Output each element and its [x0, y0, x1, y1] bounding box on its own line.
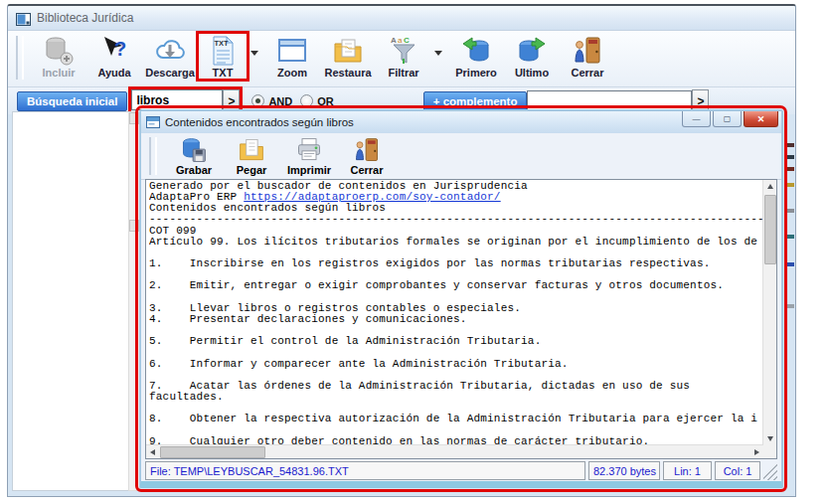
txt-file-icon: TXT — [207, 35, 239, 67]
print-icon — [295, 136, 323, 164]
text-line: facultades. — [149, 392, 762, 403]
toolbar-button-imprimir[interactable]: Imprimir — [280, 135, 338, 177]
scroll-down-icon[interactable] — [763, 432, 776, 445]
toolbar-label: Cerrar — [350, 164, 383, 176]
text-viewer[interactable]: Generado por el buscador de contenidos e… — [145, 179, 777, 459]
text-content[interactable]: Generado por el buscador de contenidos e… — [149, 181, 762, 444]
or-radio[interactable] — [300, 94, 313, 107]
exit-door-icon — [353, 136, 381, 164]
status-line: Lin: 1 — [663, 461, 712, 480]
txt-dropdown-arrow-icon[interactable] — [250, 51, 258, 56]
toolbar-label: TXT — [213, 67, 234, 79]
help-cursor-icon: ? — [98, 35, 130, 67]
toolbar-label: Pegar — [237, 164, 267, 176]
text-line: ----------------------------------------… — [149, 214, 762, 225]
text-line: 6. Informar y comparecer ante la Adminis… — [149, 359, 762, 370]
text-line: 9. Cualquier otro deber contenido en las… — [149, 436, 762, 444]
svg-text:a: a — [398, 36, 403, 45]
text-line: Artículo 99. Los ilícitos tributarios fo… — [149, 237, 762, 248]
text-line — [149, 424, 762, 435]
status-col: Col: 1 — [715, 461, 760, 480]
text-line: 5. Permitir el control de la Administrac… — [149, 336, 762, 347]
search-input[interactable] — [131, 89, 223, 110]
filtrar-dropdown-arrow-icon[interactable] — [434, 51, 442, 56]
resize-grip[interactable] — [763, 461, 777, 480]
complemento-button[interactable]: + complemento — [423, 91, 528, 111]
complemento-input[interactable] — [527, 90, 692, 111]
svg-text:TXT: TXT — [215, 39, 230, 48]
close-button[interactable]: ✕ — [744, 111, 778, 127]
toolbar-label: Incluir — [42, 67, 75, 79]
toolbar-button-primero[interactable]: Primero — [448, 33, 504, 80]
background-window-sliver — [787, 139, 796, 338]
database-last-icon — [516, 35, 548, 67]
toolbar-button-restaura[interactable]: Restaura — [320, 33, 376, 80]
toolbar-gripper[interactable] — [149, 137, 157, 175]
toolbar-button-descarga[interactable]: Descarga — [142, 33, 198, 80]
toolbar-label: Descarga — [145, 67, 195, 79]
paste-folder-icon — [238, 136, 265, 164]
toolbar-label: Zoom — [277, 67, 307, 79]
toolbar-label: Imprimir — [287, 164, 331, 176]
toolbar-button-zoom[interactable]: Zoom — [264, 33, 320, 80]
app-icon — [16, 12, 31, 25]
left-results-panel[interactable] — [12, 111, 130, 491]
vertical-scrollbar[interactable] — [762, 180, 776, 445]
text-line: 2. Emitir, entregar o exigir comprobante… — [149, 280, 762, 291]
text-line: 8. Obtener la respectiva autorización de… — [149, 414, 762, 424]
toolbar-button-ultimo[interactable]: Ultimo — [504, 33, 560, 80]
toolbar-button-cerrar[interactable]: Cerrar — [560, 33, 615, 80]
and-radio[interactable] — [251, 94, 264, 107]
toolbar-button-pegar[interactable]: Pegar — [223, 135, 280, 177]
svg-text:?: ? — [114, 38, 126, 60]
toolbar-label: Cerrar — [571, 67, 603, 79]
svg-text:A: A — [391, 36, 397, 45]
scroll-right-icon[interactable] — [750, 445, 763, 458]
main-titlebar[interactable]: Biblioteca Jurídica — [8, 6, 795, 31]
folder-paper-icon — [332, 35, 364, 67]
scroll-thumb[interactable] — [129, 220, 139, 232]
horizontal-scroll-thumb[interactable] — [160, 446, 265, 458]
or-radio-label: OR — [317, 95, 334, 107]
horizontal-scrollbar[interactable] — [146, 444, 763, 458]
scroll-left-icon[interactable] — [146, 445, 159, 458]
results-window-title: Contenidos encontrados según libros — [165, 116, 354, 128]
toolbar-label: Grabar — [176, 164, 212, 176]
toolbar-label: Restaura — [324, 67, 371, 79]
toolbar-button-txt[interactable]: TXT TXT — [198, 33, 248, 80]
text-line: 4. Presentar declaraciones y comunicacio… — [149, 314, 762, 325]
filter-funnel-icon: AaC — [388, 35, 419, 67]
text-line: 1. Inscribirse en los registros exigidos… — [149, 258, 762, 269]
status-file: File: TEMP\LEYBUSCAR_54831.96.TXT — [145, 461, 585, 480]
text-line — [149, 347, 762, 358]
screen: Biblioteca Jurídica Incluir ? Ayuda — [0, 0, 830, 504]
toolbar-button-cerrar[interactable]: Cerrar — [338, 135, 396, 177]
cloud-download-icon — [154, 35, 186, 67]
toolbar-button-incluir[interactable]: Incluir — [31, 33, 86, 80]
toolbar-button-filtrar[interactable]: AaC Filtrar — [376, 33, 431, 80]
window-zoom-icon — [276, 35, 308, 67]
toolbar-label: Primero — [455, 67, 497, 79]
results-window: Contenidos encontrados según libros — ▢ … — [139, 109, 783, 488]
maximize-button[interactable]: ▢ — [713, 111, 742, 127]
toolbar-label: Ayuda — [97, 67, 130, 79]
exit-door-icon — [572, 35, 603, 67]
toolbar-gripper[interactable] — [16, 36, 24, 80]
minimize-button[interactable]: — — [682, 111, 711, 127]
svg-text:C: C — [404, 36, 410, 45]
toolbar-button-grabar[interactable]: Grabar — [165, 135, 223, 177]
text-line: 7. Acatar las órdenes de la Administraci… — [149, 381, 762, 392]
busqueda-inicial-label[interactable]: Búsqueda inicial — [17, 91, 127, 111]
database-first-icon — [460, 35, 492, 67]
results-titlebar[interactable]: Contenidos encontrados según libros — ▢ … — [141, 111, 781, 133]
vertical-scroll-thumb[interactable] — [764, 195, 776, 264]
toolbar-button-ayuda[interactable]: ? Ayuda — [86, 33, 142, 80]
main-toolbar: Incluir ? Ayuda Descarga TXT TXT — [8, 31, 795, 87]
main-window-title: Biblioteca Jurídica — [37, 11, 133, 25]
save-database-icon — [180, 136, 208, 164]
results-window-icon — [146, 116, 160, 128]
status-bytes: 82.370 bytes — [588, 461, 660, 480]
scroll-up-button[interactable] — [129, 112, 139, 124]
scroll-up-icon[interactable] — [763, 180, 776, 193]
scrollbar-corner — [763, 445, 776, 458]
